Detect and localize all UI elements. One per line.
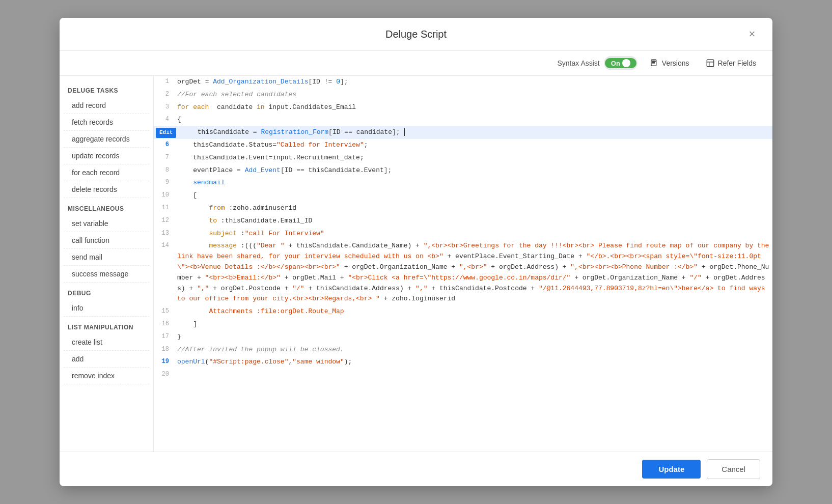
- sidebar-item-call-function[interactable]: call function: [64, 232, 149, 249]
- debug-section-label: Debug: [60, 283, 153, 300]
- sidebar-item-update-records[interactable]: update records: [64, 148, 149, 164]
- sidebar-item-remove-index[interactable]: remove index: [64, 368, 149, 384]
- sidebar-item-set-variable[interactable]: set variable: [64, 215, 149, 232]
- code-line-18: 18 //After invited the popup will be clo…: [154, 344, 772, 356]
- sidebar-item-for-each-record[interactable]: for each record: [64, 164, 149, 181]
- code-line-10: 10 [: [154, 189, 772, 202]
- svg-rect-3: [707, 60, 714, 67]
- sidebar-item-delete-records[interactable]: delete records: [64, 181, 149, 198]
- code-line-2: 2 //For each selected candidates: [154, 89, 772, 101]
- modal-header: Deluge Script ×: [60, 18, 772, 51]
- syntax-assist-toggle[interactable]: On: [604, 56, 637, 70]
- sidebar-item-fetch-records[interactable]: fetch records: [64, 114, 149, 131]
- code-line-16: 16 ]: [154, 318, 772, 331]
- deluge-tasks-section-label: Deluge Tasks: [60, 80, 153, 97]
- close-button[interactable]: ×: [744, 26, 760, 42]
- sidebar-item-send-mail[interactable]: send mail: [64, 249, 149, 266]
- code-line-5-edit: Edit thisCandidate = Registration_Form[I…: [154, 126, 772, 139]
- sidebar-item-add-record[interactable]: add record: [64, 97, 149, 114]
- code-line-3: 3 for each candidate in input.Candidates…: [154, 101, 772, 114]
- sidebar: Deluge Tasks add record fetch records ag…: [60, 76, 154, 452]
- code-line-11: 11 from :zoho.adminuserid: [154, 202, 772, 215]
- edit-badge: Edit: [156, 128, 176, 138]
- versions-button[interactable]: Versions: [646, 57, 694, 70]
- modal-footer: Update Cancel: [60, 452, 772, 486]
- sidebar-item-create-list[interactable]: create list: [64, 334, 149, 351]
- deluge-script-modal: Deluge Script × Syntax Assist On Version…: [60, 18, 772, 486]
- content-area: Deluge Tasks add record fetch records ag…: [60, 76, 772, 452]
- code-line-20: 20: [154, 369, 772, 381]
- syntax-assist-container: Syntax Assist On: [558, 56, 637, 70]
- code-line-13: 13 subject :"call For Interview": [154, 228, 772, 240]
- code-line-8: 8 eventPlace = Add_Event[ID == thisCandi…: [154, 164, 772, 177]
- refer-fields-button[interactable]: Refer Fields: [702, 57, 760, 70]
- versions-label: Versions: [662, 59, 689, 67]
- code-line-17: 17 }: [154, 331, 772, 344]
- toggle-on-indicator: On: [605, 58, 636, 68]
- toggle-dot: [622, 59, 630, 67]
- sidebar-item-aggregate-records[interactable]: aggregate records: [64, 131, 149, 148]
- svg-rect-2: [652, 63, 655, 64]
- sidebar-item-success-message[interactable]: success message: [64, 266, 149, 283]
- code-line-12: 12 to :thisCandidate.Email_ID: [154, 215, 772, 228]
- code-line-1: 1 orgDet = Add_Organization_Details[ID !…: [154, 76, 772, 89]
- code-line-4: 4 {: [154, 114, 772, 126]
- refer-fields-label: Refer Fields: [718, 59, 756, 67]
- code-line-6: 6 thisCandidate.Status="Called for Inter…: [154, 139, 772, 152]
- code-editor[interactable]: 1 orgDet = Add_Organization_Details[ID !…: [154, 76, 772, 452]
- update-button[interactable]: Update: [642, 460, 701, 479]
- sidebar-item-add[interactable]: add: [64, 351, 149, 368]
- modal-title: Deluge Script: [88, 29, 744, 40]
- code-line-19: 19 openUrl("#Script:page.close","same wi…: [154, 356, 772, 369]
- code-line-9: 9 sendmail: [154, 177, 772, 189]
- code-line-7: 7 thisCandidate.Event=input.Recruitment_…: [154, 152, 772, 164]
- cancel-button[interactable]: Cancel: [707, 459, 760, 479]
- svg-rect-1: [652, 61, 655, 62]
- miscellaneous-section-label: Miscellaneous: [60, 198, 153, 215]
- sidebar-item-info[interactable]: info: [64, 300, 149, 317]
- list-manipulation-section-label: List Manipulation: [60, 317, 153, 334]
- toolbar: Syntax Assist On Versions Refer F: [60, 51, 772, 76]
- code-line-15: 15 Attachments :file:orgDet.Route_Map: [154, 305, 772, 318]
- syntax-assist-label: Syntax Assist: [558, 59, 600, 67]
- code-line-14: 14 message :((("Dear " + thisCandidate.C…: [154, 240, 772, 305]
